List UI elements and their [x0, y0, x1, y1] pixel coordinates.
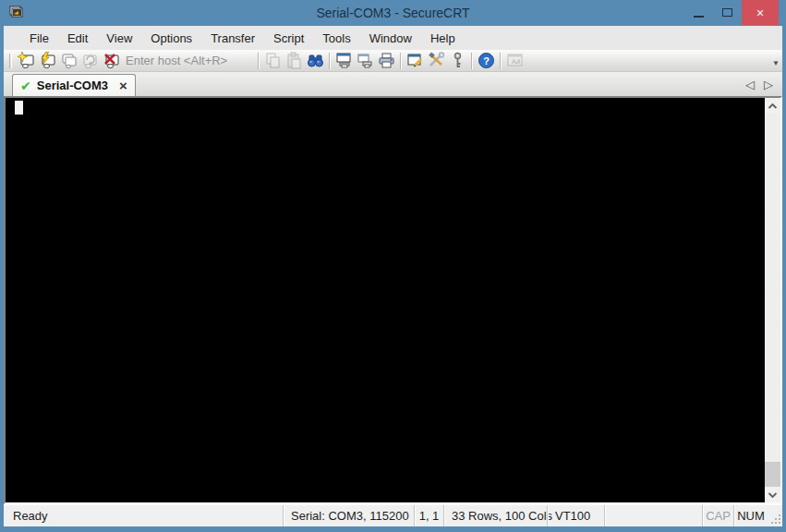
statusbar: Ready Serial: COM3, 115200 1, 1 33 Rows,… — [4, 504, 782, 526]
tab-close-icon[interactable]: × — [119, 79, 127, 91]
menu-help[interactable]: Help — [421, 27, 465, 50]
close-icon: × — [756, 6, 764, 20]
copy-button — [262, 51, 284, 71]
minimize-button[interactable] — [684, 0, 713, 25]
keygen-wizard-icon — [449, 52, 466, 69]
help-button[interactable]: ? — [476, 51, 497, 71]
scroll-down-button[interactable] — [765, 487, 780, 502]
vertical-scrollbar[interactable] — [765, 98, 780, 502]
tab-scroll-left-icon[interactable]: ◁ — [745, 78, 755, 91]
status-blank — [604, 505, 702, 526]
reconnect-icon — [81, 52, 99, 69]
menu-tools[interactable]: Tools — [313, 27, 359, 50]
svg-text:?: ? — [483, 55, 490, 66]
find-icon — [307, 52, 324, 69]
auto-print-button[interactable] — [355, 51, 376, 71]
tab-serial-com3[interactable]: ✔ Serial-COM3 × — [12, 74, 136, 96]
quick-connect-icon — [18, 52, 35, 69]
status-caps-lock: CAP — [702, 505, 733, 526]
connect-icon — [39, 52, 56, 69]
chevron-up-icon — [768, 103, 778, 110]
session-options-icon — [406, 52, 424, 69]
status-connection: Serial: COM3, 115200 — [283, 505, 414, 526]
status-ready: Ready — [4, 505, 283, 526]
chat-window-icon: A — [506, 52, 524, 69]
toolbar: ? A ▼ — [4, 50, 782, 72]
menubar: File Edit View Options Transfer Script T… — [4, 26, 782, 50]
reconnect-button — [79, 51, 101, 71]
print-screen-button[interactable] — [333, 51, 355, 71]
help-icon: ? — [478, 52, 495, 69]
toolbar-separator — [500, 53, 502, 69]
toolbar-separator — [258, 53, 260, 69]
connect-button[interactable] — [37, 51, 58, 71]
resize-grip-icon — [770, 514, 780, 524]
tab-label: Serial-COM3 — [37, 79, 108, 92]
maximize-icon — [722, 8, 732, 17]
session-connected-icon: ✔ — [20, 79, 31, 93]
toolbar-grip[interactable] — [9, 54, 12, 68]
toolbar-overflow-button[interactable]: ▼ — [768, 54, 780, 68]
paste-icon — [285, 52, 303, 69]
menu-view[interactable]: View — [97, 27, 141, 50]
global-options-icon — [428, 52, 445, 69]
toolbar-separator — [329, 53, 331, 69]
global-options-button[interactable] — [426, 51, 447, 71]
status-emulation: VT100 — [547, 505, 604, 526]
terminal-screen[interactable] — [6, 98, 765, 502]
minimize-icon — [694, 16, 704, 18]
chat-window-button: A — [504, 51, 526, 71]
keygen-wizard-button[interactable] — [447, 51, 468, 71]
toolbar-separator — [471, 53, 473, 69]
print-screen-icon — [335, 52, 353, 69]
svg-text:A: A — [512, 58, 516, 65]
menu-edit[interactable]: Edit — [58, 27, 97, 50]
menu-options[interactable]: Options — [141, 27, 201, 50]
disconnect-icon — [103, 52, 120, 69]
find-button[interactable] — [305, 51, 326, 71]
maximize-button[interactable] — [713, 0, 742, 25]
status-cursor-position: 1, 1 — [414, 505, 443, 526]
tab-scroll-right-icon[interactable]: ▷ — [764, 78, 773, 91]
close-button[interactable]: × — [742, 0, 779, 25]
status-screen-size: 33 Rows, 100 Cols — [443, 505, 547, 526]
resize-grip[interactable] — [768, 505, 782, 526]
window-title: Serial-COM3 - SecureCRT — [0, 6, 786, 20]
terminal-cursor — [15, 101, 23, 115]
tabbar: ✔ Serial-COM3 × ◁ ▷ — [4, 72, 782, 96]
window-controls: × — [684, 0, 779, 25]
menu-window[interactable]: Window — [360, 27, 421, 50]
connect-in-tab-button[interactable] — [58, 51, 79, 71]
session-options-button[interactable] — [405, 51, 426, 71]
connect-in-tab-icon — [60, 52, 78, 69]
print-icon — [378, 52, 395, 69]
host-input[interactable] — [122, 52, 255, 70]
toolbar-separator — [400, 53, 402, 69]
menu-file[interactable]: File — [20, 27, 58, 50]
menu-script[interactable]: Script — [264, 27, 313, 50]
disconnect-button[interactable] — [101, 51, 122, 71]
tab-scrollers: ◁ ▷ — [745, 78, 773, 91]
auto-print-icon — [357, 52, 374, 69]
chevron-down-icon — [768, 491, 778, 499]
print-button[interactable] — [376, 51, 397, 71]
status-num-lock: NUM — [733, 505, 768, 526]
terminal-row — [4, 96, 782, 504]
titlebar[interactable]: Serial-COM3 - SecureCRT × — [0, 0, 786, 26]
quick-connect-button[interactable] — [16, 51, 37, 71]
securecrt-window: Serial-COM3 - SecureCRT × File Edit View… — [0, 0, 786, 532]
menu-transfer[interactable]: Transfer — [201, 27, 264, 50]
scrollbar-thumb[interactable] — [765, 462, 780, 487]
scroll-up-button[interactable] — [765, 98, 780, 114]
chevron-down-icon: ▼ — [772, 59, 780, 67]
paste-button — [284, 51, 305, 71]
app-icon — [8, 6, 23, 20]
copy-icon — [264, 52, 282, 69]
